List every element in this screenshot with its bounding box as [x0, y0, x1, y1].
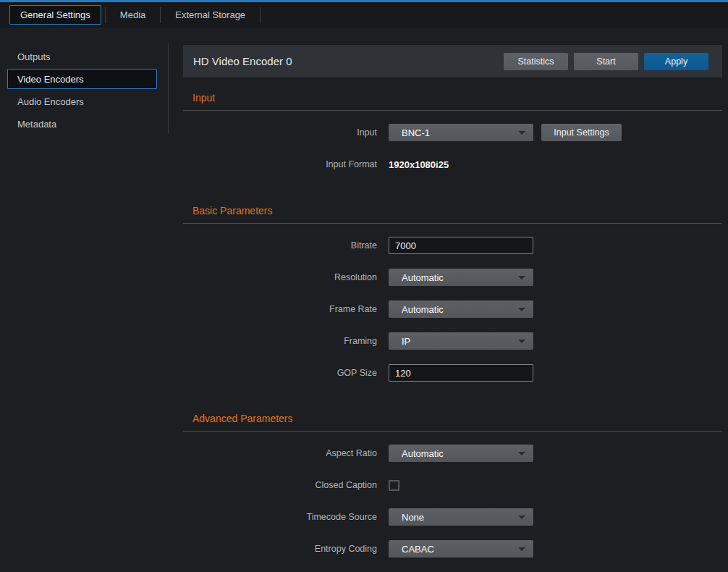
- aspect-ratio-row: Aspect Ratio Automatic: [183, 445, 722, 462]
- bitrate-row: Bitrate: [183, 237, 722, 254]
- timecode-source-label: Timecode Source: [183, 512, 389, 522]
- section-divider: [183, 431, 722, 432]
- bitrate-label: Bitrate: [183, 240, 389, 251]
- bitrate-input[interactable]: [389, 237, 533, 254]
- frame-rate-dropdown[interactable]: Automatic: [389, 300, 533, 318]
- timecode-source-dropdown-value: None: [389, 512, 424, 523]
- main-area: Outputs Video Encoders Audio Encoders Me…: [0, 28, 728, 572]
- framing-dropdown-value: IP: [389, 336, 410, 347]
- frame-rate-label: Frame Rate: [183, 304, 389, 314]
- top-tabbar: General Settings Media External Storage: [0, 2, 728, 28]
- closed-caption-row: Closed Caption: [183, 476, 722, 494]
- input-source-dropdown[interactable]: BNC-1: [389, 124, 533, 141]
- aspect-ratio-label: Aspect Ratio: [183, 448, 389, 458]
- chevron-down-icon: [518, 276, 525, 279]
- input-settings-button[interactable]: Input Settings: [541, 124, 622, 141]
- input-label: Input: [183, 127, 389, 138]
- gop-size-label: GOP Size: [183, 368, 389, 378]
- resolution-dropdown-value: Automatic: [389, 272, 444, 283]
- apply-button[interactable]: Apply: [644, 53, 708, 70]
- closed-caption-checkbox[interactable]: [389, 480, 399, 491]
- resolution-dropdown[interactable]: Automatic: [389, 269, 533, 286]
- timecode-source-row: Timecode Source None: [183, 508, 722, 526]
- tab-external-storage[interactable]: External Storage: [164, 5, 256, 25]
- frame-rate-row: Frame Rate Automatic: [183, 300, 722, 318]
- resolution-row: Resolution Automatic: [183, 269, 722, 286]
- encoder-header-bar: HD Video Encoder 0 Statistics Start Appl…: [183, 45, 722, 77]
- start-button[interactable]: Start: [574, 53, 638, 70]
- tab-divider: [260, 7, 261, 23]
- sidebar-item-video-encoders[interactable]: Video Encoders: [7, 69, 157, 89]
- framing-row: Framing IP: [183, 332, 722, 350]
- statistics-button[interactable]: Statistics: [504, 53, 568, 70]
- resolution-label: Resolution: [183, 272, 389, 282]
- tab-media[interactable]: Media: [109, 5, 156, 25]
- aspect-ratio-dropdown-value: Automatic: [389, 448, 444, 459]
- entropy-coding-label: Entropy Coding: [183, 544, 389, 554]
- section-title-input: Input: [192, 92, 722, 104]
- page-title: HD Video Encoder 0: [193, 55, 498, 67]
- input-row: Input BNC-1 Input Settings: [183, 124, 722, 141]
- gop-size-row: GOP Size: [183, 364, 722, 382]
- entropy-coding-dropdown[interactable]: CABAC: [389, 540, 533, 558]
- chevron-down-icon: [518, 308, 525, 311]
- aspect-ratio-dropdown[interactable]: Automatic: [389, 445, 533, 462]
- entropy-coding-dropdown-value: CABAC: [389, 544, 434, 555]
- framing-label: Framing: [183, 336, 389, 346]
- section-title-advanced-parameters: Advanced Parameters: [192, 413, 722, 424]
- chevron-down-icon: [518, 131, 525, 135]
- sidebar-item-audio-encoders[interactable]: Audio Encoders: [7, 91, 157, 112]
- content-panel: HD Video Encoder 0 Statistics Start Appl…: [183, 28, 722, 558]
- chevron-down-icon: [518, 452, 525, 455]
- section-divider: [183, 223, 722, 224]
- gop-size-input[interactable]: [389, 364, 533, 382]
- sidebar-divider: [168, 43, 169, 134]
- sidebar-item-metadata[interactable]: Metadata: [7, 114, 157, 134]
- sidebar-nav: Outputs Video Encoders Audio Encoders Me…: [0, 28, 168, 136]
- chevron-down-icon: [518, 340, 525, 343]
- tab-general-settings[interactable]: General Settings: [9, 5, 101, 25]
- input-format-label: Input Format: [183, 159, 389, 169]
- closed-caption-label: Closed Caption: [183, 480, 389, 490]
- timecode-source-dropdown[interactable]: None: [389, 508, 533, 526]
- framing-dropdown[interactable]: IP: [389, 332, 533, 350]
- sidebar-item-outputs[interactable]: Outputs: [7, 46, 157, 67]
- chevron-down-icon: [518, 547, 525, 551]
- chevron-down-icon: [518, 516, 525, 519]
- section-title-basic-parameters: Basic Parameters: [192, 205, 722, 216]
- input-format-row: Input Format 1920x1080i25: [183, 156, 722, 173]
- input-format-value: 1920x1080i25: [389, 159, 449, 170]
- section-divider: [183, 110, 722, 111]
- frame-rate-dropdown-value: Automatic: [389, 304, 444, 315]
- tab-divider: [160, 7, 161, 23]
- entropy-coding-row: Entropy Coding CABAC: [183, 540, 722, 558]
- input-source-dropdown-value: BNC-1: [389, 127, 430, 138]
- tab-divider: [105, 7, 106, 23]
